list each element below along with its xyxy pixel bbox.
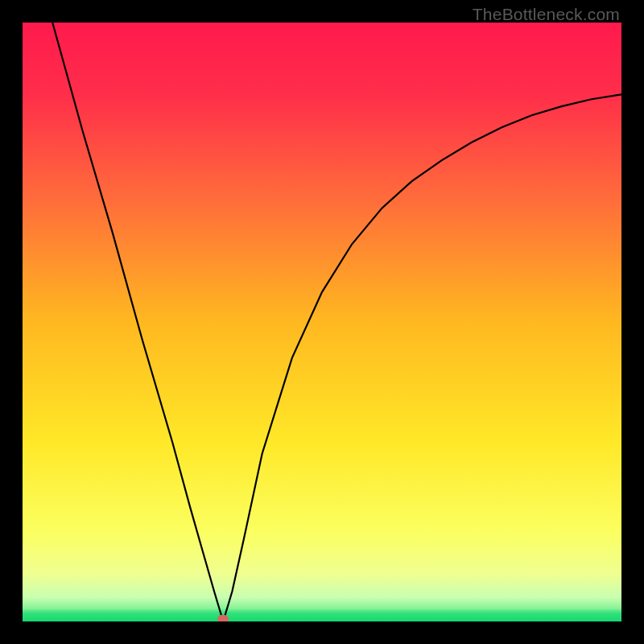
plot-area [23, 23, 621, 621]
watermark-text: TheBottleneck.com [473, 5, 620, 24]
optimal-point-marker [217, 614, 229, 621]
chart-frame: TheBottleneck.com [0, 0, 644, 644]
curve-path [52, 23, 621, 621]
bottleneck-curve [23, 23, 621, 621]
